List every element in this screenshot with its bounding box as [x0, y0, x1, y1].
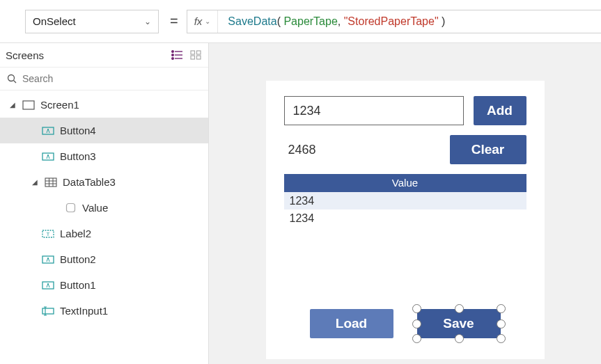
- result-label: 2468: [284, 143, 440, 157]
- svg-point-4: [172, 54, 174, 56]
- tree-item-datatable3[interactable]: ◢ DataTable3: [0, 169, 208, 195]
- svg-rect-20: [66, 204, 75, 212]
- equals-sign: =: [170, 13, 178, 29]
- resize-handle[interactable]: [497, 304, 506, 313]
- tree-item-label: Screen1: [40, 99, 79, 111]
- svg-rect-25: [42, 308, 54, 314]
- add-button[interactable]: Add: [474, 96, 526, 125]
- resize-handle[interactable]: [455, 304, 464, 313]
- number-input[interactable]: [284, 96, 464, 125]
- tree-search[interactable]: [0, 67, 208, 90]
- table-row[interactable]: 1234: [284, 192, 526, 209]
- data-table[interactable]: Value 1234 1234: [284, 174, 526, 227]
- resize-handle[interactable]: [412, 319, 421, 329]
- resize-handle[interactable]: [455, 334, 464, 343]
- tree-item-button3[interactable]: Button3: [0, 143, 208, 169]
- formula-box[interactable]: fx ⌄ SaveData( PaperTape, "StoredPaperTa…: [187, 10, 601, 33]
- button-icon: [42, 254, 54, 264]
- formula-token-ident: PaperTape: [283, 15, 337, 27]
- button-icon: [42, 280, 54, 290]
- collapse-icon[interactable]: ◢: [32, 178, 39, 186]
- svg-point-5: [172, 58, 174, 60]
- screen-icon: [22, 100, 35, 110]
- tree-item-value[interactable]: Value: [0, 195, 208, 221]
- tree-item-button2[interactable]: Button2: [0, 246, 208, 272]
- tree-item-textinput1[interactable]: TextInput1: [0, 298, 208, 324]
- tree-item-button1[interactable]: Button1: [0, 272, 208, 298]
- svg-rect-7: [197, 51, 201, 54]
- formula-token-punc: ): [439, 15, 446, 27]
- tree-title: Screens: [6, 49, 44, 61]
- tree-item-screen1[interactable]: ◢ Screen1: [0, 92, 208, 118]
- label-icon: T: [42, 228, 54, 239]
- svg-text:T: T: [47, 231, 50, 237]
- svg-rect-12: [23, 101, 34, 109]
- tree-view-icon[interactable]: [171, 50, 183, 60]
- tree-item-button4[interactable]: Button4: [0, 118, 208, 143]
- svg-rect-8: [191, 56, 195, 59]
- thumbnail-view-icon[interactable]: [190, 50, 201, 60]
- resize-handle[interactable]: [497, 319, 506, 329]
- collapse-icon[interactable]: ◢: [10, 101, 17, 109]
- chevron-down-icon: ⌄: [144, 17, 151, 26]
- table-header-value[interactable]: Value: [284, 174, 526, 192]
- svg-rect-6: [191, 51, 195, 54]
- tree-item-label: DataTable3: [63, 176, 116, 188]
- svg-line-11: [14, 81, 17, 84]
- svg-rect-9: [197, 56, 201, 59]
- clear-button[interactable]: Clear: [450, 135, 526, 164]
- save-button-selection[interactable]: Save: [417, 309, 501, 338]
- button-icon: [42, 125, 54, 136]
- datatable-icon: [45, 177, 57, 187]
- tree-item-label: Button1: [60, 279, 96, 291]
- fx-label[interactable]: fx ⌄: [187, 10, 219, 33]
- canvas-background[interactable]: Add 2468 Clear Value 1234 1234 Load Save: [209, 43, 601, 364]
- formula-token-punc: (: [277, 15, 284, 27]
- textinput-icon: [42, 306, 54, 316]
- tree-item-label: Value: [82, 202, 108, 214]
- tree-item-label: Label2: [60, 228, 91, 239]
- formula-text[interactable]: SaveData( PaperTape, "StoredPaperTape" ): [218, 15, 601, 28]
- button-icon: [42, 151, 54, 161]
- formula-bar: OnSelect ⌄ = fx ⌄ SaveData( PaperTape, "…: [0, 0, 601, 43]
- table-row[interactable]: 1234: [284, 209, 526, 227]
- formula-token-punc: ,: [338, 15, 344, 27]
- svg-rect-15: [45, 178, 56, 187]
- load-button[interactable]: Load: [310, 309, 393, 338]
- tree-item-label: Button3: [60, 150, 96, 162]
- svg-point-3: [172, 51, 174, 53]
- tree-item-label: Button4: [60, 125, 96, 136]
- formula-token-string: "StoredPaperTape": [344, 15, 439, 27]
- svg-point-10: [8, 75, 15, 81]
- search-icon: [7, 74, 17, 84]
- property-selector[interactable]: OnSelect ⌄: [25, 10, 159, 33]
- chevron-down-icon: ⌄: [205, 17, 210, 25]
- tree-header: Screens: [0, 43, 208, 67]
- resize-handle[interactable]: [412, 304, 421, 313]
- app-screen[interactable]: Add 2468 Clear Value 1234 1234 Load Save: [266, 81, 545, 359]
- property-selector-value: OnSelect: [33, 15, 76, 27]
- tree-body: ◢ Screen1 Button4 Button3 ◢: [0, 90, 208, 364]
- column-icon: [64, 203, 77, 213]
- tree-panel: Screens ◢ Screen1: [0, 43, 209, 364]
- resize-handle[interactable]: [497, 334, 506, 343]
- tree-item-label: Button2: [60, 253, 96, 265]
- fx-text: fx: [194, 15, 203, 27]
- search-input[interactable]: [22, 73, 201, 84]
- tree-item-label2[interactable]: T Label2: [0, 221, 208, 246]
- formula-token-func: SaveData: [228, 15, 276, 27]
- tree-item-label: TextInput1: [60, 305, 108, 317]
- resize-handle[interactable]: [412, 334, 421, 343]
